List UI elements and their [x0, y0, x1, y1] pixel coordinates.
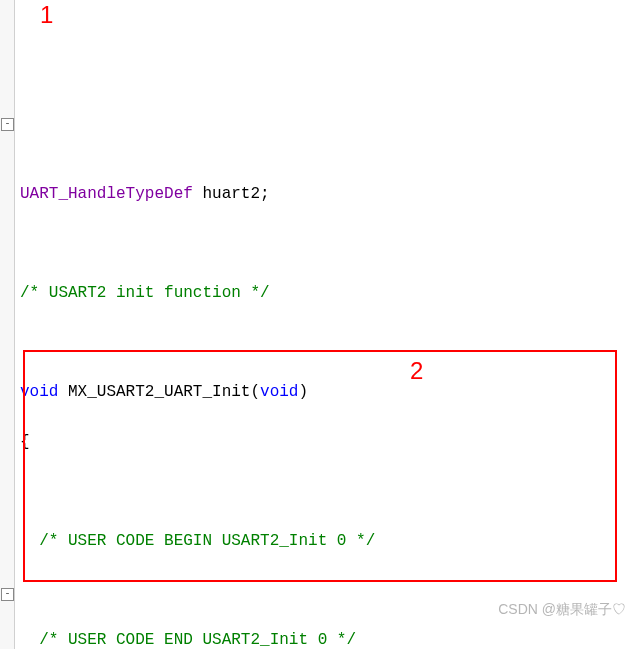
- punct-token: ): [298, 383, 308, 401]
- code-line: [20, 578, 644, 603]
- ident-token: huart2;: [193, 185, 270, 203]
- fold-icon[interactable]: -: [1, 118, 14, 131]
- code-editor[interactable]: UART_HandleTypeDef huart2; /* USART2 ini…: [0, 149, 644, 649]
- brace-line: {: [20, 430, 644, 455]
- keyword-token: void: [20, 383, 58, 401]
- code-line: [20, 231, 644, 256]
- code-line: [20, 479, 644, 504]
- code-line: UART_HandleTypeDef huart2;: [20, 182, 644, 207]
- comment-line: /* USER CODE BEGIN USART2_Init 0 */: [20, 529, 644, 554]
- code-line: [20, 330, 644, 355]
- keyword-token: void: [260, 383, 298, 401]
- annotation-1: 1: [40, 0, 53, 33]
- comment-line: /* USART2 init function */: [20, 281, 644, 306]
- ident-token: MX_USART2_UART_Init(: [58, 383, 260, 401]
- code-line: void MX_USART2_UART_Init(void): [20, 380, 644, 405]
- comment-line: /* USER CODE END USART2_Init 0 */: [20, 628, 644, 649]
- type-token: UART_HandleTypeDef: [20, 185, 193, 203]
